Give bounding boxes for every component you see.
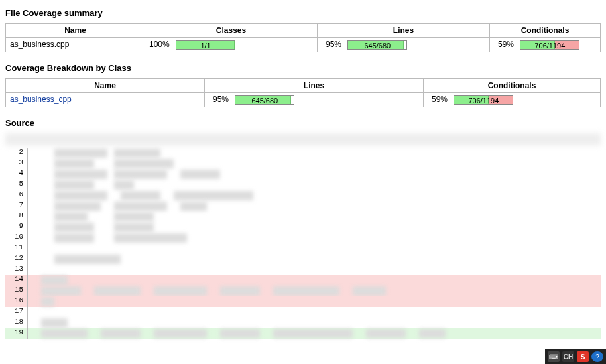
lines-pct: 95% bbox=[322, 40, 345, 49]
line-number: 15 bbox=[5, 286, 28, 296]
line-code bbox=[28, 296, 601, 307]
line-code bbox=[28, 286, 601, 296]
source-line: 19 bbox=[5, 328, 601, 339]
line-number: 5 bbox=[5, 180, 28, 190]
summary-classes-cell: 100% 1/1 bbox=[145, 38, 318, 52]
breakdown-lines-cell: 95% 645/680 bbox=[205, 92, 424, 107]
classes-bar: 1/1 bbox=[176, 40, 235, 50]
line-number: 17 bbox=[5, 307, 28, 318]
line-code bbox=[28, 180, 601, 190]
col-classes: Classes bbox=[145, 24, 318, 38]
source-line: 13 bbox=[5, 265, 601, 275]
source-line: 3 bbox=[5, 158, 601, 169]
line-number: 10 bbox=[5, 233, 28, 243]
breakdown-title: Coverage Breakdown by Class bbox=[5, 63, 601, 73]
line-number: 12 bbox=[5, 254, 28, 265]
summary-header-row: Name Classes Lines Conditionals bbox=[6, 24, 601, 38]
source-line: 9 bbox=[5, 222, 601, 233]
summary-table: Name Classes Lines Conditionals as_busin… bbox=[5, 23, 601, 52]
cond-bar-label: 706/1194 bbox=[454, 96, 513, 105]
classes-pct: 100% bbox=[149, 40, 174, 49]
breakdown-header-row: Name Lines Conditionals bbox=[6, 78, 601, 92]
line-number: 13 bbox=[5, 265, 28, 275]
line-code bbox=[28, 212, 601, 222]
breakdown-data-row: as_business_cpp 95% 645/680 59% 706/1194 bbox=[6, 92, 601, 107]
summary-name-cell: as_business.cpp bbox=[6, 38, 145, 52]
source-line: 18 bbox=[5, 318, 601, 328]
source-header-bar bbox=[5, 133, 601, 145]
class-link[interactable]: as_business_cpp bbox=[10, 95, 72, 104]
source-line: 2 bbox=[5, 148, 601, 158]
source-line: 16 bbox=[5, 296, 601, 307]
line-code bbox=[28, 243, 601, 254]
line-number: 16 bbox=[5, 296, 28, 307]
col-name: Name bbox=[6, 24, 145, 38]
line-code bbox=[28, 169, 601, 180]
line-code bbox=[28, 318, 601, 328]
col-lines: Lines bbox=[205, 78, 424, 92]
cond-pct: 59% bbox=[428, 95, 452, 104]
line-number: 4 bbox=[5, 169, 28, 180]
cond-bar: 706/1194 bbox=[520, 40, 579, 50]
source-line: 14 bbox=[5, 275, 601, 286]
breakdown-cond-cell: 59% 706/1194 bbox=[424, 92, 601, 107]
line-code bbox=[28, 233, 601, 243]
summary-title: File Coverage summary bbox=[5, 8, 601, 18]
line-number: 14 bbox=[5, 275, 28, 286]
breakdown-table: Name Lines Conditionals as_business_cpp … bbox=[5, 78, 601, 107]
source-line: 11 bbox=[5, 243, 601, 254]
lines-bar: 645/680 bbox=[235, 95, 294, 105]
line-number: 19 bbox=[5, 328, 28, 339]
col-conditionals: Conditionals bbox=[490, 24, 601, 38]
line-number: 7 bbox=[5, 201, 28, 212]
source-line: 4 bbox=[5, 169, 601, 180]
summary-cond-cell: 59% 706/1194 bbox=[490, 38, 601, 52]
line-code bbox=[28, 190, 601, 201]
source-title: Source bbox=[5, 118, 601, 128]
source-line: 6 bbox=[5, 190, 601, 201]
line-code bbox=[28, 222, 601, 233]
line-code bbox=[28, 328, 601, 339]
source-line: 12 bbox=[5, 254, 601, 265]
lines-bar-label: 645/680 bbox=[348, 41, 406, 50]
cond-bar-label: 706/1194 bbox=[520, 41, 579, 50]
col-lines: Lines bbox=[318, 24, 490, 38]
source-body: 2345678910111213141516171819 bbox=[5, 148, 601, 339]
source-line: 15 bbox=[5, 286, 601, 296]
line-code bbox=[28, 254, 601, 265]
source-line: 10 bbox=[5, 233, 601, 243]
breakdown-name-cell: as_business_cpp bbox=[6, 92, 205, 107]
line-number: 6 bbox=[5, 190, 28, 201]
line-number: 2 bbox=[5, 148, 28, 158]
cond-pct: 59% bbox=[494, 40, 518, 49]
line-number: 11 bbox=[5, 243, 28, 254]
classes-bar-label: 1/1 bbox=[176, 41, 235, 50]
line-code bbox=[28, 307, 601, 318]
source-line: 5 bbox=[5, 180, 601, 190]
source-line: 17 bbox=[5, 307, 601, 318]
lines-pct: 95% bbox=[209, 95, 233, 104]
lines-bar: 645/680 bbox=[347, 40, 407, 50]
source-line: 7 bbox=[5, 201, 601, 212]
line-number: 18 bbox=[5, 318, 28, 328]
line-code bbox=[28, 265, 601, 275]
col-name: Name bbox=[6, 78, 205, 92]
line-number: 9 bbox=[5, 222, 28, 233]
line-code bbox=[28, 148, 601, 158]
line-code bbox=[28, 201, 601, 212]
line-code bbox=[28, 158, 601, 169]
cond-bar: 706/1194 bbox=[454, 95, 513, 105]
line-code bbox=[28, 275, 601, 286]
line-number: 3 bbox=[5, 158, 28, 169]
summary-data-row: as_business.cpp 100% 1/1 95% 645/680 59%… bbox=[6, 38, 601, 52]
summary-lines-cell: 95% 645/680 bbox=[318, 38, 490, 52]
source-line: 8 bbox=[5, 212, 601, 222]
lines-bar-label: 645/680 bbox=[235, 96, 294, 105]
line-number: 8 bbox=[5, 212, 28, 222]
col-conditionals: Conditionals bbox=[424, 78, 601, 92]
